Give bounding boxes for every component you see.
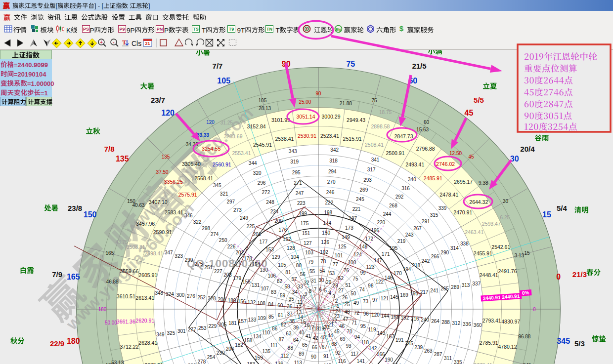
svg-text:321: 321 (220, 191, 228, 197)
svg-text:293: 293 (363, 177, 372, 183)
svg-text:21/5: 21/5 (412, 62, 426, 70)
svg-text:272: 272 (262, 190, 270, 195)
svg-text:2485.91: 2485.91 (424, 175, 442, 181)
svg-text:141: 141 (356, 359, 365, 364)
svg-text:181: 181 (228, 321, 237, 326)
svg-text:168: 168 (391, 314, 399, 320)
svg-text:86: 86 (272, 326, 278, 331)
svg-text:224: 224 (270, 209, 279, 214)
svg-text:28.13: 28.13 (259, 106, 271, 111)
svg-text:21/3: 21/3 (572, 270, 587, 279)
svg-text:61: 61 (278, 313, 284, 318)
svg-text:179: 179 (233, 276, 241, 281)
svg-text:93: 93 (346, 343, 352, 349)
svg-text:12.50: 12.50 (449, 151, 462, 156)
svg-text:220: 220 (377, 220, 385, 225)
svg-text:119: 119 (368, 327, 376, 332)
svg-text:2508.41: 2508.41 (365, 142, 384, 148)
svg-text:296: 296 (258, 180, 266, 186)
svg-text:34: 34 (292, 289, 298, 295)
svg-text:338: 338 (460, 241, 469, 246)
svg-text:195: 195 (390, 245, 398, 251)
svg-text:106: 106 (267, 273, 276, 279)
svg-text:158: 158 (244, 338, 253, 343)
svg-text:341: 341 (371, 157, 380, 162)
svg-text:228: 228 (208, 296, 216, 301)
svg-text:3: 3 (332, 294, 335, 299)
svg-text:276: 276 (187, 293, 195, 299)
svg-text:165: 165 (106, 250, 114, 256)
svg-text:18.75: 18.75 (379, 110, 392, 115)
svg-text:57: 57 (291, 277, 297, 282)
svg-text:105: 105 (259, 98, 267, 103)
svg-text:250: 250 (219, 238, 227, 243)
svg-text:47: 47 (343, 317, 349, 322)
svg-text:37.50: 37.50 (156, 169, 169, 175)
svg-text:269: 269 (360, 187, 368, 193)
svg-text:105: 105 (217, 77, 230, 85)
svg-text:27: 27 (338, 288, 344, 293)
svg-text:64: 64 (293, 337, 299, 343)
svg-text:84: 84 (268, 302, 274, 307)
svg-text:TS: TS (193, 27, 199, 32)
svg-text:344: 344 (249, 161, 257, 166)
svg-text:+: + (100, 40, 103, 45)
svg-text:247: 247 (296, 191, 304, 196)
svg-text:135: 135 (116, 155, 129, 163)
svg-text:3356.25: 3356.25 (164, 179, 183, 185)
svg-text:243: 243 (405, 232, 414, 238)
svg-text:TN: TN (266, 27, 272, 32)
svg-text:43.75: 43.75 (115, 240, 128, 245)
svg-text:3305.40: 3305.40 (182, 161, 201, 167)
svg-text:2538.41: 2538.41 (275, 136, 294, 142)
svg-text:24: 24 (335, 309, 341, 314)
svg-text:7/7: 7/7 (213, 62, 223, 70)
svg-text:128: 128 (287, 245, 295, 251)
svg-text:2568.41: 2568.41 (194, 175, 213, 181)
svg-text:2545.91: 2545.91 (253, 142, 272, 148)
svg-text:112: 112 (281, 353, 289, 359)
svg-text:299: 299 (185, 257, 193, 263)
svg-text:67: 67 (322, 344, 328, 350)
svg-text:165: 165 (67, 273, 80, 281)
svg-text:348: 348 (155, 290, 163, 296)
svg-text:315: 315 (430, 212, 438, 218)
svg-text:48: 48 (345, 309, 350, 315)
svg-text:117: 117 (350, 351, 358, 357)
svg-text:6: 6 (319, 287, 322, 292)
svg-text:75: 75 (352, 276, 358, 282)
svg-text:80: 80 (296, 263, 302, 268)
svg-text:6.25: 6.25 (500, 215, 510, 220)
svg-text:193: 193 (410, 291, 418, 296)
svg-text:0%: 0% (522, 290, 529, 296)
svg-text:131: 131 (252, 283, 260, 288)
svg-text:173: 173 (345, 225, 353, 231)
svg-text:3661.36: 3661.36 (117, 319, 135, 324)
svg-text:15: 15 (542, 210, 551, 219)
svg-text:288: 288 (441, 320, 450, 325)
svg-text:178: 178 (244, 256, 252, 261)
svg-text:229: 229 (209, 324, 217, 329)
svg-text:94: 94 (354, 334, 360, 340)
svg-text:136: 136 (275, 361, 283, 364)
svg-text:219: 219 (397, 239, 406, 244)
svg-text:278: 278 (198, 359, 206, 364)
svg-text:215: 215 (405, 341, 413, 346)
svg-text:3407.10: 3407.10 (149, 199, 168, 205)
svg-text:110: 110 (262, 330, 270, 335)
svg-text:142: 142 (369, 346, 377, 351)
svg-text:120: 120 (371, 312, 380, 318)
svg-text:34.38: 34.38 (186, 142, 198, 147)
svg-text:2949.43: 2949.43 (347, 117, 365, 123)
svg-text:T9: T9 (229, 27, 234, 32)
svg-text:4: 4 (329, 290, 332, 296)
svg-text:68: 68 (331, 341, 337, 347)
svg-text:273: 273 (233, 207, 242, 213)
svg-text:2695.17: 2695.17 (454, 179, 473, 185)
svg-text:2583.41: 2583.41 (165, 209, 183, 215)
svg-text:129: 129 (272, 254, 280, 260)
svg-text:2560.91: 2560.91 (213, 162, 231, 167)
svg-text:2530.91: 2530.91 (298, 133, 316, 139)
svg-text:197: 197 (349, 216, 357, 221)
svg-text:290: 290 (440, 250, 449, 255)
